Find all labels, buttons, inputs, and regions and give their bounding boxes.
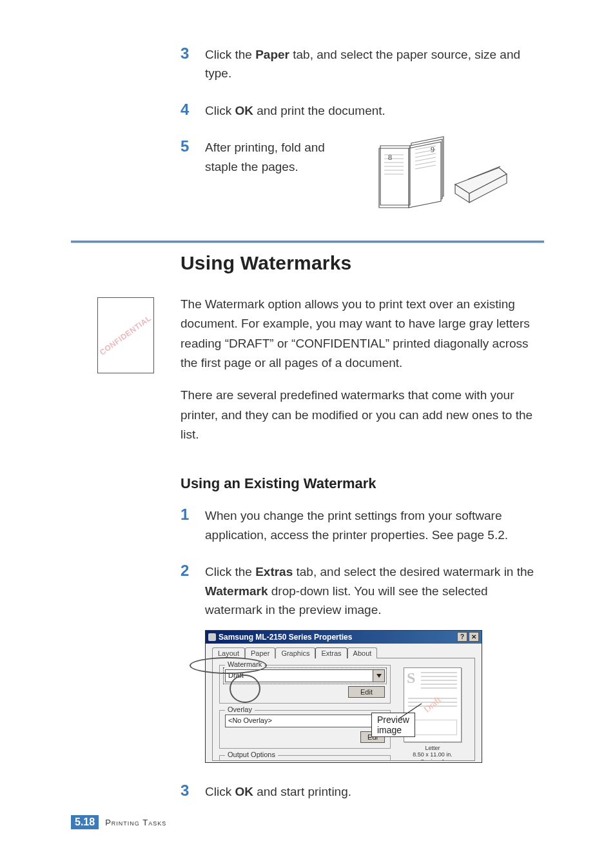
highlight-ellipse-combo xyxy=(229,675,260,703)
step3-bold: Paper xyxy=(255,48,289,61)
step4-post: and print the document. xyxy=(253,104,386,117)
window-help-button[interactable]: ? xyxy=(457,632,467,642)
footer-chapter-num: 5. xyxy=(75,816,83,827)
step4-bold: OK xyxy=(235,104,253,117)
ss3-t2: and start printing. xyxy=(253,785,351,798)
footer-section-label: Printing Tasks xyxy=(105,818,166,827)
callout-leader-line xyxy=(398,688,450,727)
ss3-b1: OK xyxy=(235,785,253,798)
substep-number-1: 1 xyxy=(181,506,205,523)
window-titlebar[interactable]: Samsung ML-2150 Series Properties ? ✕ xyxy=(206,631,482,644)
page-footer: 5.18 Printing Tasks xyxy=(71,815,166,829)
ss2-t1: Click the xyxy=(205,565,255,578)
footer-page-badge: 5.18 xyxy=(71,815,99,829)
step-number-5: 5 xyxy=(181,138,205,155)
intro-paragraph-1: The Watermark option allows you to print… xyxy=(181,295,544,373)
output-options-title: Output Options xyxy=(225,751,278,758)
properties-tabs: Layout Paper Graphics Extras About xyxy=(212,647,475,658)
substep-text-1: When you change the print settings from … xyxy=(205,506,544,544)
step-text-3: Click the Paper tab, and select the pape… xyxy=(205,45,544,83)
ss2-t2: tab, and select the desired watermark in… xyxy=(293,565,534,578)
preview-meta: Letter 8.50 x 11.00 in. Copies: 1 xyxy=(397,745,468,761)
tab-graphics[interactable]: Graphics xyxy=(275,647,315,658)
confidential-label: CONFIDENTIAL xyxy=(98,313,153,357)
ss3-t1: Click xyxy=(205,785,235,798)
intro-paragraph-2: There are several predefined watermarks … xyxy=(181,386,544,444)
section-title: Using Watermarks xyxy=(181,252,544,274)
footer-page-num: 18 xyxy=(83,816,95,827)
svg-line-23 xyxy=(398,704,422,719)
booklet-page-right: 9 xyxy=(431,145,434,154)
highlight-ellipse-tab xyxy=(190,657,267,674)
window-title: Samsung ML-2150 Series Properties xyxy=(219,633,352,642)
svg-marker-21 xyxy=(376,674,382,678)
booklet-illustration: 8 9 xyxy=(373,132,508,221)
step4-pre: Click xyxy=(205,104,235,117)
subsection-title: Using an Existing Watermark xyxy=(181,475,544,492)
preview-copies: Copies: 1 xyxy=(397,758,468,760)
step-number-4: 4 xyxy=(181,101,205,118)
output-options-group: Output Options xyxy=(219,755,391,761)
properties-dialog-screenshot: Samsung ML-2150 Series Properties ? ✕ La… xyxy=(205,630,482,763)
ss2-b1: Extras xyxy=(255,565,293,578)
svg-marker-3 xyxy=(379,148,409,208)
overlay-combo-value[interactable]: <No Overlay> xyxy=(225,715,373,727)
chevron-down-icon[interactable] xyxy=(373,669,385,682)
preview-paper-dims: 8.50 x 11.00 in. xyxy=(397,751,468,758)
window-close-button[interactable]: ✕ xyxy=(469,632,479,642)
confidential-page-icon: CONFIDENTIAL xyxy=(71,295,181,373)
section-divider xyxy=(71,241,544,243)
substep-number-3: 3 xyxy=(181,782,205,799)
step3-pre: Click the xyxy=(205,48,255,61)
step5-text: After printing, fold and staple the page… xyxy=(205,138,347,176)
step-number-3: 3 xyxy=(181,45,205,62)
tab-extras[interactable]: Extras xyxy=(315,647,347,658)
overlay-group-title: Overlay xyxy=(225,705,255,713)
tab-about[interactable]: About xyxy=(347,647,378,658)
substep-text-3: Click OK and start printing. xyxy=(205,782,544,801)
substep-text-2: Click the Extras tab, and select the des… xyxy=(205,562,544,619)
overlay-combo[interactable]: <No Overlay> xyxy=(225,715,385,727)
window-app-icon xyxy=(208,633,216,641)
ss2-b2: Watermark xyxy=(205,584,268,598)
step-text-5: After printing, fold and staple the page… xyxy=(205,138,544,221)
preview-page-letter: S xyxy=(407,669,415,687)
preview-paper-size: Letter xyxy=(397,745,468,752)
step-text-4: Click OK and print the document. xyxy=(205,101,544,120)
watermark-edit-button[interactable]: Edit xyxy=(348,686,385,698)
tab-paper[interactable]: Paper xyxy=(245,647,275,658)
booklet-page-left: 8 xyxy=(388,153,392,162)
overlay-group: Overlay <No Overlay> Edi xyxy=(219,710,391,749)
substep-number-2: 2 xyxy=(181,562,205,579)
